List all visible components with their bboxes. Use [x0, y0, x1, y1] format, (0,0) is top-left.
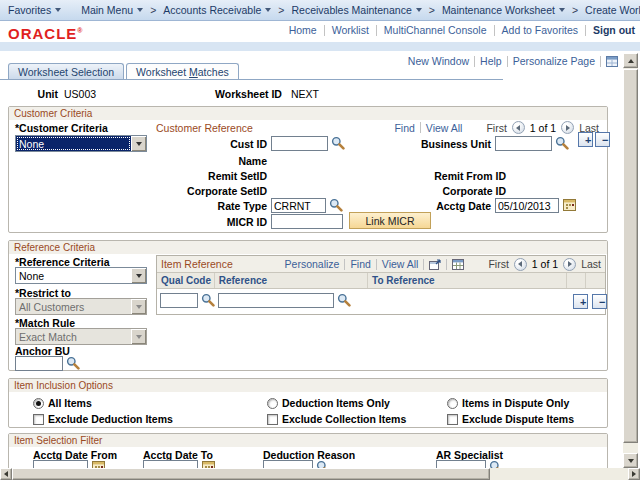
pager-next-icon[interactable] — [561, 121, 574, 134]
grid-delete-row-button[interactable]: − — [592, 294, 607, 309]
scroll-right-button[interactable] — [628, 468, 640, 480]
horizontal-scrollbar[interactable] — [0, 468, 640, 480]
divider — [474, 56, 475, 67]
item-reference-title: Item Reference — [161, 258, 233, 270]
favorites-menu[interactable]: Favorites — [8, 4, 61, 16]
grid-view-all-link[interactable]: View All — [382, 258, 419, 270]
signout-link[interactable]: Sign out — [593, 24, 635, 36]
link-micr-button[interactable]: Link MICR — [349, 212, 431, 229]
breadcrumb-separator: > — [278, 4, 284, 16]
vertical-scrollbar[interactable] — [623, 53, 638, 468]
radio-deduction-items-only[interactable] — [267, 398, 278, 409]
checkbox-exclude-collection-items-label: Exclude Collection Items — [282, 413, 406, 425]
personalize-link[interactable]: Personalize — [285, 258, 340, 270]
divider — [324, 25, 325, 36]
download-grid-icon[interactable] — [452, 259, 464, 270]
micr-id-input[interactable] — [271, 214, 343, 229]
cust-id-input[interactable] — [271, 136, 328, 151]
tab-worksheet-selection[interactable]: Worksheet Selection — [8, 63, 124, 79]
anchor-bu-lookup-icon[interactable] — [66, 356, 80, 370]
chevron-down-icon — [265, 8, 271, 12]
customer-criteria-select[interactable]: None — [15, 135, 147, 152]
grid-pager-next-icon[interactable] — [563, 258, 576, 271]
pager-position: 1 of 1 — [530, 122, 556, 134]
scroll-down-button[interactable] — [623, 453, 638, 468]
breadcrumb-item-maintenance-worksheet[interactable]: Maintenance Worksheet — [442, 4, 565, 16]
divider — [507, 56, 508, 67]
checkbox-exclude-collection-items[interactable] — [267, 414, 278, 425]
anchor-bu-input[interactable] — [15, 356, 63, 371]
business-unit-input[interactable] — [495, 136, 552, 151]
reference-criteria-title: Reference Criteria — [9, 241, 607, 254]
breadcrumb-separator: > — [150, 4, 156, 16]
remit-from-id-label: Remit From ID — [406, 170, 506, 182]
match-rule-select: Exact Match — [15, 328, 147, 345]
add-row-button[interactable]: + — [578, 132, 593, 147]
rate-type-lookup-icon[interactable] — [329, 198, 343, 212]
find-link[interactable]: Find — [394, 122, 414, 134]
home-link[interactable]: Home — [289, 24, 317, 36]
multichannel-console-link[interactable]: MultiChannel Console — [384, 24, 487, 36]
checkbox-exclude-deduction-items[interactable] — [33, 414, 44, 425]
page-tabs: Worksheet Selection Worksheet Matches — [8, 63, 239, 79]
reference-criteria-select[interactable]: None — [15, 267, 147, 284]
remit-setid-label: Remit SetID — [129, 170, 267, 182]
breadcrumb-item-receivables-maintenance[interactable]: Receivables Maintenance — [291, 4, 421, 16]
item-reference-grid-header: Item Reference Personalize Find View All… — [157, 256, 605, 273]
grid-find-link[interactable]: Find — [350, 258, 370, 270]
view-all-link[interactable]: View All — [426, 122, 463, 134]
business-unit-lookup-icon[interactable] — [555, 136, 569, 150]
breadcrumb-item-accounts-receivable[interactable]: Accounts Receivable — [163, 4, 271, 16]
tab-worksheet-matches[interactable]: Worksheet Matches — [126, 63, 239, 79]
trademark-mark: ® — [77, 27, 83, 34]
grid-row: + − — [157, 289, 605, 314]
column-header-to-reference: To Reference — [368, 273, 567, 288]
reference-lookup-icon[interactable] — [337, 293, 351, 307]
add-to-favorites-link[interactable]: Add to Favorites — [502, 24, 578, 36]
corporate-id-label: Corporate ID — [406, 185, 506, 197]
acctg-date-label: Acctg Date — [391, 200, 491, 212]
restrict-to-select: All Customers — [15, 298, 147, 315]
delete-row-button[interactable]: − — [595, 132, 610, 147]
http-window-icon[interactable] — [606, 56, 618, 67]
item-inclusion-title: Item Inclusion Options — [9, 379, 607, 392]
acctg-date-input[interactable] — [495, 198, 559, 213]
breadcrumb-item-main-menu[interactable]: Main Menu — [81, 4, 143, 16]
cust-id-lookup-icon[interactable] — [331, 136, 345, 150]
new-window-link[interactable]: New Window — [408, 55, 469, 67]
pager-previous-icon[interactable] — [512, 121, 525, 134]
qual-code-lookup-icon[interactable] — [201, 293, 215, 307]
radio-all-items[interactable] — [33, 398, 44, 409]
personalize-page-link[interactable]: Personalize Page — [513, 55, 595, 67]
qual-code-input[interactable] — [160, 293, 198, 308]
divider — [423, 259, 424, 270]
unit-value: US003 — [64, 88, 96, 100]
divider — [376, 25, 377, 36]
checkbox-exclude-dispute-items[interactable] — [447, 414, 458, 425]
scroll-left-button[interactable] — [0, 468, 12, 480]
rate-type-label: Rate Type — [129, 200, 267, 212]
dropdown-arrow-icon[interactable] — [131, 268, 146, 283]
grid-add-row-button[interactable]: + — [573, 294, 588, 309]
horizontal-scrollbar-thumb[interactable] — [12, 468, 490, 480]
rate-type-input[interactable] — [271, 198, 326, 213]
worksheet-id-value: NEXT — [291, 88, 319, 100]
zoom-grid-icon[interactable] — [429, 259, 441, 270]
radio-all-items-label: All Items — [48, 397, 92, 409]
column-header-add — [567, 273, 586, 288]
help-link[interactable]: Help — [480, 55, 502, 67]
grid-pager-previous-icon[interactable] — [514, 258, 527, 271]
acctg-date-calendar-icon[interactable] — [563, 198, 576, 211]
customer-reference-findbar: Find View All First 1 of 1 Last — [394, 121, 599, 134]
breadcrumb-item-create-worksheet[interactable]: Create Worksheet — [585, 4, 640, 16]
worklist-link[interactable]: Worklist — [332, 24, 369, 36]
grid-pager-position: 1 of 1 — [532, 258, 558, 270]
chevron-down-icon — [416, 8, 422, 12]
scroll-up-button[interactable] — [623, 53, 638, 68]
reference-input[interactable] — [218, 293, 334, 308]
radio-deduction-items-only-label: Deduction Items Only — [282, 397, 390, 409]
vertical-scrollbar-thumb[interactable] — [623, 69, 638, 443]
column-header-qual-code: Qual Code — [157, 273, 215, 288]
radio-items-in-dispute-only[interactable] — [447, 398, 458, 409]
unit-label: Unit — [18, 88, 58, 100]
